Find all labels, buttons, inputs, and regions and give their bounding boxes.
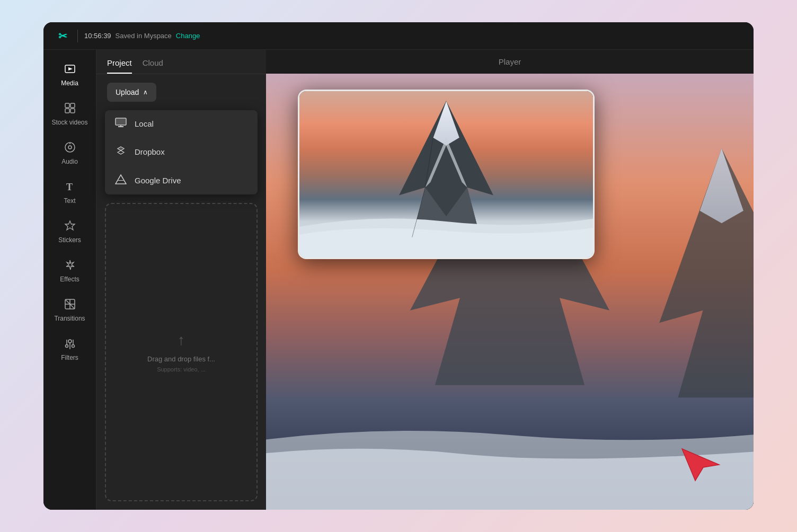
upload-chevron-icon: ∧ xyxy=(143,88,148,96)
stock-videos-label: Stock videos xyxy=(51,119,87,126)
player-title: Player xyxy=(266,50,754,74)
svg-marker-10 xyxy=(65,221,75,230)
logo-icon: ✂ xyxy=(58,30,67,42)
left-sidebar: Media Stock videos xyxy=(43,50,96,510)
tab-cloud[interactable]: Cloud xyxy=(143,58,163,74)
dropdown-item-google-drive[interactable]: Google Drive xyxy=(105,166,258,194)
sidebar-item-filters[interactable]: Filters xyxy=(49,331,91,368)
local-icon xyxy=(114,118,127,130)
drop-zone-subtext: Supports: video, ... xyxy=(157,366,206,373)
dropdown-item-local[interactable]: Local xyxy=(105,110,258,137)
local-label: Local xyxy=(135,119,154,128)
app-window: ✂ 10:56:39 Saved in Myspace Change Media xyxy=(43,22,754,510)
transitions-label: Transitions xyxy=(54,315,85,322)
sidebar-item-audio[interactable]: Audio xyxy=(49,135,91,172)
dropdown-item-dropbox[interactable]: Dropbox xyxy=(105,137,258,166)
stock-videos-icon xyxy=(64,102,76,116)
text-icon: T xyxy=(64,181,76,194)
effects-label: Effects xyxy=(60,276,79,283)
upload-dropdown: Local Dropbox xyxy=(105,110,258,194)
svg-point-15 xyxy=(68,340,72,343)
drop-zone-text: Drag and drop files f... xyxy=(147,355,215,363)
sidebar-item-effects[interactable]: Effects xyxy=(49,252,91,289)
sidebar-item-text[interactable]: T Text xyxy=(49,174,91,211)
sidebar-item-stickers[interactable]: Stickers xyxy=(49,213,91,250)
main-content: Media Stock videos xyxy=(43,50,754,510)
title-divider xyxy=(77,30,78,42)
audio-label: Audio xyxy=(61,158,78,165)
svg-rect-2 xyxy=(65,103,69,108)
svg-point-16 xyxy=(65,344,68,347)
mountain-scene xyxy=(299,91,593,258)
svg-marker-25 xyxy=(116,175,126,184)
transitions-icon xyxy=(64,298,76,312)
player-content xyxy=(266,74,754,510)
svg-rect-4 xyxy=(65,109,69,113)
panel-area: Project Cloud Upload ∧ xyxy=(96,50,266,510)
media-label: Media xyxy=(61,79,78,87)
title-info: 10:56:39 Saved in Myspace Change xyxy=(84,32,200,40)
app-logo: ✂ xyxy=(54,28,71,45)
title-time: 10:56:39 xyxy=(84,32,111,40)
sidebar-item-media[interactable]: Media xyxy=(49,56,91,93)
filters-icon xyxy=(64,338,76,351)
svg-marker-1 xyxy=(68,67,73,70)
panel-tabs: Project Cloud xyxy=(96,50,266,74)
text-label: Text xyxy=(64,197,75,205)
audio-icon xyxy=(64,141,76,155)
svg-point-7 xyxy=(68,146,72,149)
svg-marker-29 xyxy=(682,449,719,481)
player-area: Player xyxy=(266,50,754,510)
upload-section: Upload ∧ xyxy=(96,74,266,110)
sidebar-item-transitions[interactable]: Transitions xyxy=(49,291,91,329)
tab-project[interactable]: Project xyxy=(107,58,132,74)
svg-rect-5 xyxy=(70,109,75,113)
change-link[interactable]: Change xyxy=(176,32,200,40)
stickers-label: Stickers xyxy=(58,236,81,244)
drop-zone[interactable]: ↑ Drag and drop files f... Supports: vid… xyxy=(105,203,258,501)
media-icon xyxy=(64,63,76,76)
svg-text:T: T xyxy=(66,182,73,192)
effects-icon xyxy=(64,259,76,272)
drop-zone-arrow-icon: ↑ xyxy=(178,332,185,349)
upload-button[interactable]: Upload ∧ xyxy=(107,83,156,102)
google-drive-label: Google Drive xyxy=(135,176,181,185)
dropbox-icon xyxy=(114,145,127,159)
svg-rect-22 xyxy=(116,119,126,125)
title-bar: ✂ 10:56:39 Saved in Myspace Change xyxy=(43,22,754,50)
svg-point-17 xyxy=(72,344,74,347)
dropbox-label: Dropbox xyxy=(135,147,165,156)
filters-label: Filters xyxy=(61,354,78,361)
upload-label: Upload xyxy=(116,88,139,96)
stickers-icon xyxy=(64,220,76,233)
google-drive-icon xyxy=(114,174,127,187)
sidebar-item-stock-videos[interactable]: Stock videos xyxy=(49,95,91,132)
title-save-text: Saved in Myspace xyxy=(116,32,172,40)
svg-rect-3 xyxy=(70,103,75,108)
preview-card xyxy=(298,90,595,259)
